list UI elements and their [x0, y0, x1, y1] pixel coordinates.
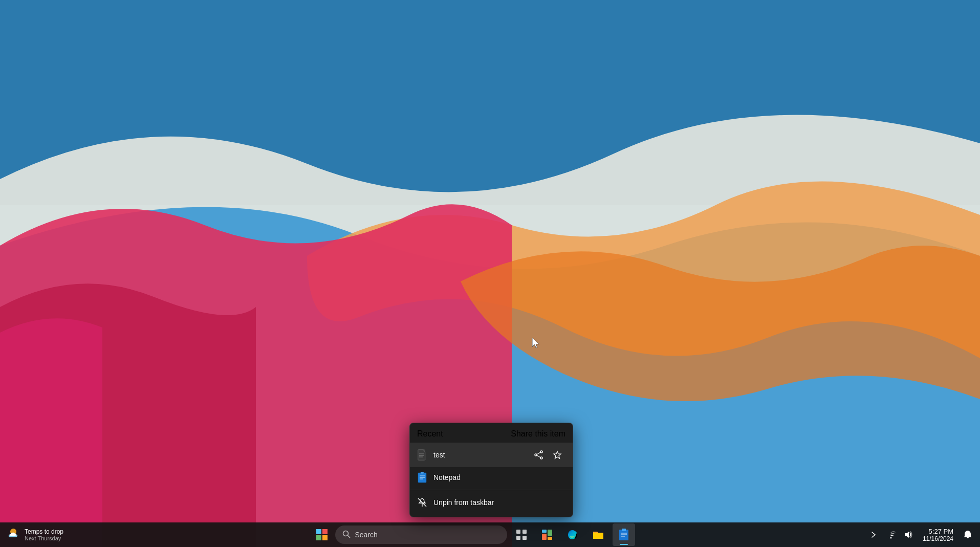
svg-point-6 [540, 451, 542, 453]
clock-date: 11/16/2024 [923, 535, 953, 542]
clock-area[interactable]: 5:27 PM 11/16/2024 [919, 526, 957, 544]
taskbar-app-file-explorer[interactable] [587, 523, 609, 546]
context-menu-item-test[interactable]: test [410, 443, 573, 467]
svg-line-10 [537, 455, 540, 457]
taskbar-app-widgets[interactable] [536, 523, 558, 546]
system-tray [865, 527, 917, 543]
taskbar: Temps to drop Next Thursday Search [0, 522, 980, 547]
svg-rect-25 [522, 530, 527, 534]
clock-time: 5:27 PM [929, 528, 953, 535]
svg-point-8 [535, 454, 537, 456]
share-button[interactable] [531, 447, 547, 463]
taskbar-app-task-view[interactable] [510, 523, 533, 546]
test-item-actions [531, 447, 565, 463]
context-menu-item-notepad[interactable]: Notepad [410, 467, 573, 488]
notepad-item-label: Notepad [433, 473, 565, 482]
weather-day-label: Next Thursday [25, 535, 63, 541]
svg-rect-19 [322, 529, 328, 534]
svg-point-38 [890, 537, 891, 539]
search-icon [342, 530, 351, 540]
context-menu-header: Recent Share this item [410, 427, 573, 443]
notification-button[interactable] [960, 527, 976, 543]
svg-rect-29 [542, 534, 547, 540]
start-button[interactable] [312, 524, 332, 545]
notepad-icon [417, 471, 427, 484]
volume-icon[interactable] [900, 527, 917, 543]
weather-icon [6, 526, 20, 543]
taskbar-app-notepad[interactable] [613, 523, 635, 546]
search-bar[interactable]: Search [335, 526, 507, 544]
recent-label: Recent [417, 429, 443, 439]
context-menu: Recent Share this item test [409, 423, 573, 517]
weather-widget[interactable]: Temps to drop Next Thursday [0, 526, 82, 543]
show-hidden-icons-button[interactable] [865, 527, 882, 543]
context-menu-item-unpin[interactable]: Unpin from taskbar [410, 492, 573, 513]
unpin-label: Unpin from taskbar [433, 498, 565, 507]
svg-rect-32 [593, 533, 603, 539]
svg-point-7 [540, 457, 542, 459]
svg-rect-34 [622, 529, 626, 531]
taskbar-app-edge[interactable] [561, 523, 584, 546]
svg-rect-20 [316, 535, 321, 540]
svg-line-9 [537, 452, 540, 454]
taskbar-center: Search [82, 523, 865, 546]
svg-rect-26 [516, 536, 520, 540]
weather-text: Temps to drop Next Thursday [25, 528, 63, 541]
svg-rect-31 [548, 537, 552, 540]
taskbar-right: 5:27 PM 11/16/2024 [865, 526, 980, 544]
svg-point-22 [343, 531, 349, 536]
svg-rect-12 [421, 472, 424, 474]
share-this-item-label: Share this item [511, 429, 565, 439]
svg-line-23 [348, 535, 351, 538]
test-item-label: test [433, 451, 531, 459]
svg-rect-24 [516, 530, 520, 534]
svg-rect-28 [542, 530, 547, 533]
svg-rect-18 [316, 529, 321, 534]
network-icon[interactable] [883, 527, 899, 543]
pin-button[interactable] [549, 447, 565, 463]
weather-temp-label: Temps to drop [25, 528, 63, 535]
svg-rect-27 [522, 536, 527, 540]
search-label: Search [355, 531, 377, 539]
unpin-icon [417, 496, 427, 509]
file-icon [417, 449, 427, 461]
svg-rect-21 [322, 535, 328, 540]
svg-rect-30 [548, 530, 552, 536]
menu-divider [410, 490, 573, 490]
